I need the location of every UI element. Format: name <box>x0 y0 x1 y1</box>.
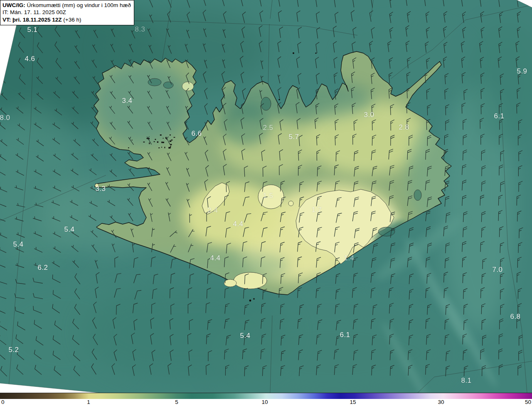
field-value-label: 5.4 <box>13 240 23 249</box>
field-value-label: 3.0 <box>364 111 374 119</box>
field-value-label: 6.1 <box>494 112 504 120</box>
product-code: UWC/IG: <box>2 2 25 8</box>
colorbar-tick-labels: 01510153050 <box>0 399 532 406</box>
field-value-label: 6.8 <box>510 313 520 321</box>
colorbar-tick-label: 15 <box>350 399 356 405</box>
field-value-label: 2.4 <box>207 206 218 215</box>
map-canvas: 5.14.68.08.33.46.62.55.73.02.85.96.13.32… <box>0 0 532 393</box>
valid-offset: (+36 h) <box>62 17 81 23</box>
field-value-label: 7.0 <box>492 266 502 274</box>
product-title: Úrkomumætti (mm) og vindur i 100m hæð <box>25 2 131 8</box>
colorbar-tick-label: 0 <box>1 399 5 405</box>
field-value-label: 5.4 <box>240 332 250 340</box>
precipitation-colorbar <box>0 393 532 399</box>
field-value-label: 1.5 <box>263 192 273 200</box>
field-value-label: 5.1 <box>27 26 37 34</box>
colorbar-tick-label: 50 <box>525 399 531 405</box>
weather-map-product: 5.14.68.08.33.46.62.55.73.02.85.96.13.32… <box>0 0 532 406</box>
field-value-label: 6.1 <box>340 331 350 339</box>
colorbar-tick-label: 30 <box>438 399 444 405</box>
field-value-label: 8.1 <box>461 377 471 385</box>
valid-time: þri. 18.11.2025 12Z <box>12 17 62 23</box>
field-value-label: 1.4 <box>344 254 354 262</box>
colorbar-tick-label: 5 <box>175 399 178 405</box>
valid-time-line: VT: þri. 18.11.2025 12Z (+36 h) <box>2 16 131 23</box>
init-time-line: IT: Mán. 17. 11. 2025 00Z <box>2 9 131 16</box>
field-value-label: 5.4 <box>64 225 74 234</box>
field-value-label: 4.6 <box>25 55 35 63</box>
field-value-label: 3.3 <box>95 185 106 193</box>
field-value-label: 6.2 <box>37 264 48 272</box>
field-value-label: 5.2 <box>8 346 19 354</box>
title-box: UWC/IG: Úrkomumætti (mm) og vindur i 100… <box>0 0 134 25</box>
field-value-label: 2.5 <box>263 124 273 132</box>
field-value-label: 8.0 <box>0 114 10 122</box>
field-value-label: 2.8 <box>399 123 409 132</box>
field-value-label: 8.3 <box>135 25 145 34</box>
product-title-line: UWC/IG: Úrkomumætti (mm) og vindur i 100… <box>2 2 131 9</box>
field-value-label: 5.7 <box>288 133 299 141</box>
field-value-label: 1.7 <box>311 206 322 214</box>
field-value-label: 4.4 <box>210 254 220 262</box>
field-value-label: 3.4 <box>122 97 132 105</box>
field-value-label: 5.9 <box>517 67 527 76</box>
field-value-label: 4.4 <box>233 220 243 228</box>
field-value-label: 6.6 <box>191 130 202 138</box>
valid-prefix: VT: <box>2 17 12 23</box>
colorbar-tick-label: 10 <box>261 399 268 405</box>
colorbar-tick-label: 1 <box>87 399 90 405</box>
